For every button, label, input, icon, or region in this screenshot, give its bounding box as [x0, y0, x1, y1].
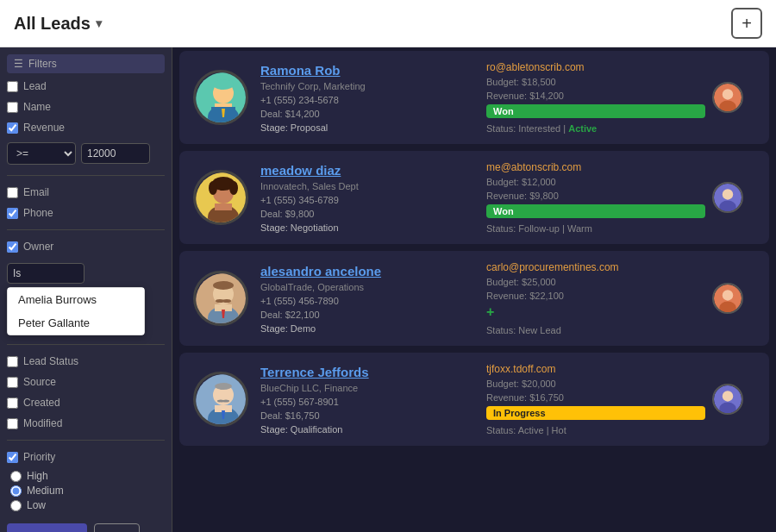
operator-select[interactable]: >= <= = > <: [7, 142, 76, 165]
svg-point-25: [222, 299, 231, 303]
lead-email-2[interactable]: me@abtonscrib.com: [486, 161, 705, 173]
lead-name-3[interactable]: alesandro ancelone: [260, 264, 479, 279]
lead-info-3: alesandro ancelone GlobalTrade, Operatio…: [260, 264, 479, 334]
app-header: All Leads ▾ +: [0, 0, 776, 47]
add-icon: +: [742, 14, 752, 34]
lead-right-1: ro@abletonscrib.com Budget: $18,500 Reve…: [486, 61, 705, 134]
lead-company-3: GlobalTrade, Operations: [260, 282, 479, 292]
main-layout: ☰ Filters Lead Name Revenue >= <= = > <: [0, 47, 776, 532]
lead-budget-4: Budget: $20,000: [486, 379, 705, 389]
priority-low-label: Low: [27, 499, 46, 511]
filter-email-checkbox[interactable]: [7, 187, 18, 198]
lead-email-3[interactable]: carlo@procurementines.com: [486, 261, 705, 273]
add-lead-button[interactable]: +: [731, 8, 762, 39]
lead-email-1[interactable]: ro@abletonscrib.com: [486, 61, 705, 73]
filter-owner-label: Owner: [23, 241, 53, 253]
filter-modified-checkbox[interactable]: [7, 418, 18, 429]
filter-row-status: Lead Status: [7, 354, 165, 369]
filter-status-checkbox[interactable]: [7, 356, 18, 367]
lead-email-4[interactable]: tjfoxx.tdoff.com: [486, 363, 705, 375]
filter-row-created: Created: [7, 395, 165, 410]
priority-radio-group: High Medium Low: [7, 470, 165, 511]
divider-3: [7, 344, 165, 345]
apply-filter-button[interactable]: Apply Filter: [7, 523, 87, 532]
lead-phone-1: +1 (555) 234-5678: [260, 95, 479, 105]
svg-point-26: [213, 281, 234, 290]
lead-card-1: Ramona Rob Technify Corp, Marketing +1 (…: [179, 51, 769, 144]
filter-email-label: Email: [23, 186, 49, 198]
svg-point-16: [229, 181, 238, 195]
filter-revenue-checkbox[interactable]: [7, 122, 18, 134]
lead-name-2[interactable]: meadow diaz: [260, 163, 479, 178]
operator-value-input[interactable]: [81, 143, 150, 164]
filter-row-email: Email: [7, 185, 165, 200]
lead-add-icon-3[interactable]: +: [486, 304, 705, 320]
lead-deal-3: Deal: $22,100: [260, 310, 479, 320]
is-select-row: Is Is Not Amelia Burrows Peter Gallante: [7, 263, 165, 284]
clear-filter-button[interactable]: Clear: [94, 523, 140, 532]
lead-right-2: me@abtonscrib.com Budget: $12,000 Revenu…: [486, 161, 705, 234]
priority-radio-high[interactable]: [10, 471, 22, 482]
lead-deal-1: Deal: $14,200: [260, 109, 479, 119]
lead-status-2: Status: Follow-up | Warm: [486, 223, 705, 234]
filter-buttons: Apply Filter Clear: [7, 516, 165, 532]
filter-row-lead: Lead: [7, 78, 165, 94]
svg-point-6: [213, 79, 234, 90]
lead-budget-3: Budget: $25,000: [486, 277, 705, 287]
page-title: All Leads ▾: [14, 14, 102, 34]
avatar-4: [193, 372, 248, 427]
leads-list: Ramona Rob Technify Corp, Marketing +1 (…: [172, 47, 776, 532]
lead-info-4: Terrence Jeffords BlueChip LLC, Finance …: [260, 365, 479, 435]
divider-2: [7, 229, 165, 230]
lead-budget-2: Budget: $12,000: [486, 177, 705, 187]
lead-tag-4: In Progress: [486, 406, 705, 420]
filter-status-label: Lead Status: [23, 355, 78, 367]
divider-4: [7, 440, 165, 441]
lead-status-4: Status: Active | Hot: [486, 425, 705, 435]
lead-stage-1: Stage: Proposal: [260, 122, 479, 133]
title-chevron[interactable]: ▾: [96, 16, 102, 30]
filter-row-source: Source: [7, 374, 165, 390]
svg-rect-13: [215, 203, 232, 210]
filter-row-revenue: Revenue: [7, 120, 165, 135]
lead-company-4: BlueChip LLC, Finance: [260, 383, 479, 393]
owner-avatar-4: [712, 384, 743, 415]
filter-panel: ☰ Filters Lead Name Revenue >= <= = > <: [0, 47, 172, 532]
priority-radio-low-row: Low: [10, 499, 165, 511]
lead-company-1: Technify Corp, Marketing: [260, 81, 479, 91]
filter-row-phone: Phone: [7, 205, 165, 221]
filter-owner-checkbox[interactable]: [7, 241, 18, 253]
priority-radio-medium[interactable]: [10, 485, 22, 497]
lead-status-3: Status: New Lead: [486, 325, 705, 335]
lead-name-4[interactable]: Terrence Jeffords: [260, 365, 479, 379]
svg-point-36: [222, 400, 229, 403]
svg-point-40: [723, 391, 733, 401]
filter-name-label: Name: [23, 101, 51, 113]
filter-revenue-label: Revenue: [23, 122, 65, 134]
svg-point-29: [723, 290, 733, 300]
filter-phone-checkbox[interactable]: [7, 208, 18, 219]
filter-source-checkbox[interactable]: [7, 377, 18, 388]
lead-company-2: Innovatech, Sales Dept: [260, 181, 479, 191]
filter-phone-label: Phone: [23, 207, 53, 219]
priority-radio-low[interactable]: [10, 500, 22, 511]
owner-option-peter[interactable]: Peter Gallante: [8, 311, 144, 335]
filter-priority-checkbox[interactable]: [7, 452, 18, 463]
svg-point-37: [215, 383, 232, 390]
lead-owner-1: [712, 82, 755, 113]
is-operator-select[interactable]: Is Is Not: [7, 263, 84, 284]
priority-high-label: High: [27, 470, 48, 482]
owner-avatar-2: [712, 182, 743, 213]
lead-owner-3: [712, 283, 755, 314]
filter-row-owner: Owner: [7, 239, 165, 254]
owner-option-amelia[interactable]: Amelia Burrows: [8, 288, 144, 311]
filter-created-label: Created: [23, 397, 60, 409]
filter-created-checkbox[interactable]: [7, 397, 18, 409]
lead-name-1[interactable]: Ramona Rob: [260, 63, 479, 78]
filter-label: Filters: [28, 58, 57, 70]
lead-revenue-4: Revenue: $16,750: [486, 392, 705, 403]
filter-name-checkbox[interactable]: [7, 102, 18, 113]
filter-section-header: ☰ Filters: [7, 54, 165, 73]
owner-avatar-3: [712, 283, 743, 314]
filter-lead-checkbox[interactable]: [7, 81, 18, 92]
